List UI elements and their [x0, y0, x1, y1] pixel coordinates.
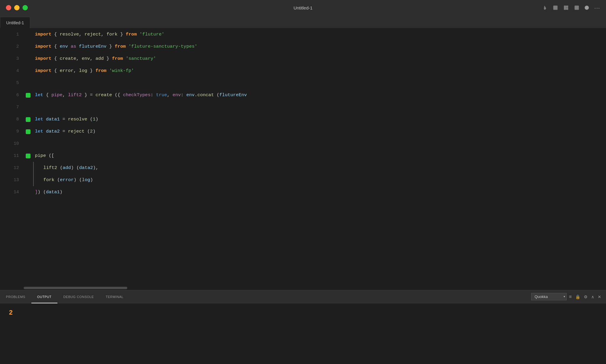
code-line-2: import { env as flutureEnv } from 'flutu…	[33, 41, 602, 53]
horizontal-scroll-area[interactable]	[0, 286, 606, 290]
line-num-9: 9	[0, 125, 19, 138]
gutter-4	[24, 65, 33, 77]
gutter-14	[24, 186, 33, 198]
editor-panel-container: 1 2 3 4 5 6 7 8 9 10 11 12 13 14	[0, 28, 606, 364]
line-num-1: 1	[0, 28, 19, 41]
minimize-button[interactable]	[14, 5, 20, 10]
output-value: 2	[9, 309, 13, 317]
line-num-7: 7	[0, 101, 19, 113]
code-line-4: import { error, log } from 'wink-fp'	[33, 65, 602, 77]
svg-rect-2	[566, 6, 568, 7]
breakpoint-8	[26, 117, 30, 122]
gutter-1	[24, 28, 33, 41]
code-view: 1 2 3 4 5 6 7 8 9 10 11 12 13 14	[0, 28, 606, 286]
line-num-13: 13	[0, 174, 19, 186]
tab-bar: Untitled-1	[0, 15, 606, 28]
line-num-12: 12	[0, 162, 19, 174]
layout-icon[interactable]	[563, 5, 569, 10]
line-numbers: 1 2 3 4 5 6 7 8 9 10 11 12 13 14	[0, 28, 24, 286]
filter-icon[interactable]: ⚙	[584, 294, 588, 299]
code-line-6: let { pipe, lift2 } = create ({ checkTyp…	[33, 89, 602, 101]
circle-indicator	[585, 6, 589, 10]
code-line-5	[33, 77, 602, 89]
panel-tabs: PROBLEMS OUTPUT DEBUG CONSOLE TERMINAL Q…	[0, 290, 606, 303]
code-line-7	[33, 101, 602, 113]
editor-area: 1 2 3 4 5 6 7 8 9 10 11 12 13 14	[0, 28, 606, 290]
code-line-11: pipe ([	[33, 150, 602, 162]
gutter-5	[24, 77, 33, 89]
breakpoint-6	[26, 93, 30, 98]
gutter-7	[24, 101, 33, 113]
code-line-1: import { resolve, reject, fork } from 'f…	[33, 28, 602, 41]
line-num-3: 3	[0, 53, 19, 65]
traffic-lights	[6, 5, 28, 10]
gutter-3	[24, 53, 33, 65]
tab-terminal[interactable]: TERMINAL	[100, 290, 129, 303]
editor-tab[interactable]: Untitled-1	[0, 17, 30, 28]
tab-problems[interactable]: PROBLEMS	[0, 290, 31, 303]
vertical-scrollbar[interactable]	[602, 28, 606, 286]
line-num-4: 4	[0, 65, 19, 77]
svg-rect-1	[564, 6, 566, 10]
gutter-13	[24, 174, 33, 186]
code-lines[interactable]: import { resolve, reject, fork } from 'f…	[33, 28, 602, 286]
lock-icon[interactable]: 🔒	[575, 294, 580, 299]
gutter-10	[24, 138, 33, 150]
gutter-2	[24, 41, 33, 53]
breakpoint-9	[26, 129, 30, 134]
maximize-button[interactable]	[22, 5, 28, 10]
broadcast-icon[interactable]	[553, 5, 558, 10]
tab-output[interactable]: OUTPUT	[31, 290, 58, 303]
title-bar-actions: ···	[542, 4, 600, 11]
code-line-8: let data1 = resolve (1)	[33, 113, 602, 125]
code-line-14: ]) (data1)	[33, 186, 602, 198]
more-actions-icon[interactable]: ···	[594, 4, 600, 11]
code-line-12: lift2 (add) (data2),	[33, 162, 602, 174]
gutter	[24, 28, 33, 286]
code-line-13: fork (error) (log)	[33, 174, 602, 186]
gutter-6	[24, 89, 33, 101]
panel-area: PROBLEMS OUTPUT DEBUG CONSOLE TERMINAL Q…	[0, 290, 606, 364]
line-num-5: 5	[0, 77, 19, 89]
line-num-8: 8	[0, 113, 19, 125]
svg-rect-4	[575, 6, 579, 10]
main-layout: 1 2 3 4 5 6 7 8 9 10 11 12 13 14	[0, 28, 606, 364]
code-line-9: let data2 = reject (2)	[33, 125, 602, 138]
panel: PROBLEMS OUTPUT DEBUG CONSOLE TERMINAL Q…	[0, 290, 606, 364]
close-button[interactable]	[6, 5, 11, 10]
line-num-10: 10	[0, 138, 19, 150]
flame-icon[interactable]	[542, 5, 547, 10]
panel-tab-actions: Quokka Git TypeScript ▾ ≡ 🔒 ⚙ ∧ ✕	[531, 293, 606, 300]
panel-select-wrapper: Quokka Git TypeScript ▾	[531, 293, 565, 300]
gutter-12	[24, 162, 33, 174]
sidebar-icon[interactable]	[574, 5, 579, 10]
gutter-11	[24, 150, 33, 162]
gutter-9	[24, 125, 33, 138]
tab-debug-console[interactable]: DEBUG CONSOLE	[57, 290, 100, 303]
line-num-2: 2	[0, 41, 19, 53]
panel-content: 2	[0, 303, 606, 364]
window-title: Untitled-1	[294, 5, 312, 10]
title-bar: Untitled-1 ···	[0, 0, 606, 15]
close-panel-icon[interactable]: ✕	[598, 294, 601, 299]
line-num-14: 14	[0, 186, 19, 198]
code-line-3: import { create, env, add } from 'sanctu…	[33, 53, 602, 65]
breakpoint-11	[26, 154, 30, 158]
line-num-11: 11	[0, 150, 19, 162]
code-line-10	[33, 138, 602, 150]
expand-panel-icon[interactable]: ∧	[591, 294, 594, 299]
horizontal-scrollbar-thumb	[24, 287, 127, 289]
line-num-6: 6	[0, 89, 19, 101]
svg-rect-3	[566, 8, 568, 10]
gutter-8	[24, 113, 33, 125]
output-source-select[interactable]: Quokka Git TypeScript	[531, 293, 567, 300]
clear-output-icon[interactable]: ≡	[569, 294, 572, 299]
